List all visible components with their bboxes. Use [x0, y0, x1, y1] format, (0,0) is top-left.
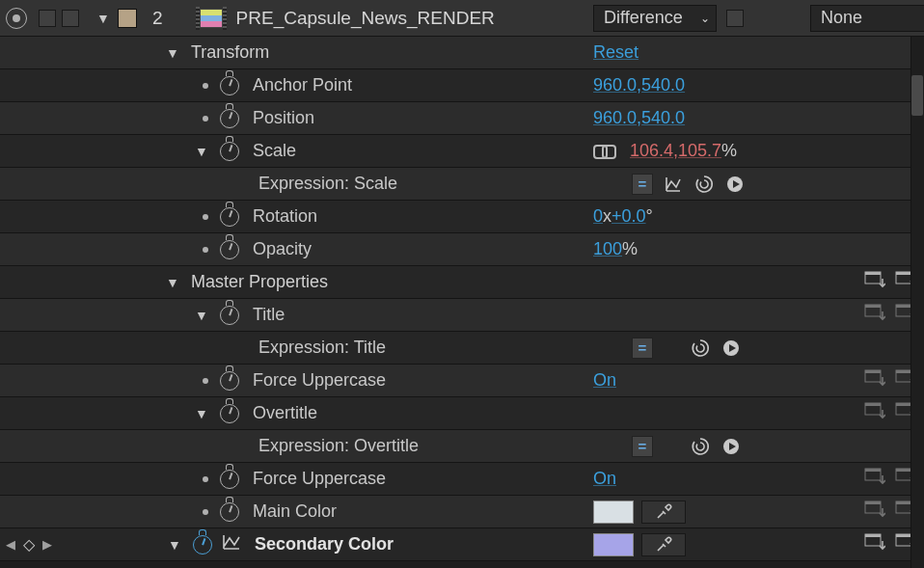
graph-icon[interactable] — [222, 533, 241, 555]
chevron-down-icon: ⌄ — [700, 12, 710, 25]
svg-rect-3 — [865, 272, 881, 275]
svg-rect-15 — [896, 370, 911, 373]
blend-mode-value: Difference — [604, 8, 683, 28]
vary-dot-icon[interactable] — [203, 247, 208, 253]
composition-icon — [200, 9, 223, 28]
vary-dot-icon[interactable] — [203, 214, 208, 220]
expression-language-icon[interactable] — [720, 338, 742, 359]
scale-x[interactable]: 106.4 — [630, 141, 673, 161]
secondary-twirl-icon[interactable] — [168, 537, 181, 553]
layer-twirl-icon[interactable] — [96, 11, 110, 26]
rotation-degrees[interactable]: +0.0 — [611, 206, 646, 227]
main-color-label: Main Color — [253, 501, 337, 522]
overtitle-twirl-icon[interactable] — [195, 406, 208, 421]
vary-dot-icon[interactable] — [203, 509, 208, 515]
anchor-point-label: Anchor Point — [253, 75, 352, 95]
stopwatch-icon[interactable] — [220, 470, 239, 489]
svg-rect-19 — [896, 403, 911, 406]
force-uppercase-label: Force Uppercase — [253, 370, 386, 391]
vary-dot-icon[interactable] — [203, 83, 208, 89]
push-master-icon[interactable] — [864, 304, 885, 326]
svg-rect-23 — [865, 469, 881, 472]
push-master-icon[interactable] — [864, 468, 885, 490]
eyedropper-icon[interactable] — [641, 500, 686, 524]
preserve-transparency-box[interactable] — [726, 10, 744, 27]
position-x[interactable]: 960.0 — [593, 108, 637, 128]
eyedropper-icon[interactable] — [641, 533, 686, 556]
force-uppercase-label: Force Uppercase — [253, 469, 386, 489]
parent-dropdown[interactable]: None ⌄ — [810, 5, 924, 32]
svg-rect-27 — [865, 501, 881, 504]
scale-y[interactable]: 105.7 — [678, 141, 721, 161]
constrain-link-icon[interactable] — [593, 145, 616, 158]
rotation-deg-unit: ° — [646, 206, 653, 227]
expression-enable-button[interactable]: = — [632, 436, 653, 457]
title-twirl-icon[interactable] — [195, 308, 208, 323]
scrollbar-thumb[interactable] — [911, 75, 923, 116]
stopwatch-icon[interactable] — [220, 306, 239, 325]
transform-group-label: Transform — [191, 42, 269, 63]
opacity-value[interactable]: 100 — [593, 239, 622, 259]
scale-twirl-icon[interactable] — [195, 144, 208, 159]
prev-keyframe-icon[interactable]: ◀ — [6, 537, 15, 552]
add-keyframe-icon[interactable]: ◇ — [23, 535, 35, 554]
expression-pickwhip-icon[interactable] — [690, 338, 711, 359]
parent-value: None — [821, 8, 862, 28]
stopwatch-icon[interactable] — [193, 535, 212, 554]
next-keyframe-icon[interactable]: ▶ — [42, 537, 52, 552]
anchor-x[interactable]: 960.0 — [593, 75, 637, 95]
expression-pickwhip-icon[interactable] — [690, 436, 711, 457]
stopwatch-icon[interactable] — [220, 404, 239, 423]
force-uppercase-value[interactable]: On — [593, 370, 616, 391]
svg-rect-31 — [865, 534, 881, 537]
svg-rect-7 — [865, 305, 881, 308]
expression-enable-button[interactable]: = — [632, 338, 653, 359]
expression-graph-icon[interactable] — [663, 174, 684, 195]
vary-dot-icon[interactable] — [203, 116, 208, 122]
position-label: Position — [253, 108, 314, 128]
rotation-label: Rotation — [253, 206, 317, 227]
svg-rect-9 — [896, 305, 911, 308]
title-expression-label: Expression: Title — [258, 338, 386, 358]
rotation-turns[interactable]: 0 — [593, 206, 603, 227]
overtitle-expression-label: Expression: Overtitle — [258, 436, 419, 456]
expression-language-icon[interactable] — [720, 436, 742, 457]
stopwatch-icon[interactable] — [220, 76, 239, 95]
vary-dot-icon[interactable] — [203, 476, 208, 482]
secondary-color-swatch[interactable] — [593, 533, 634, 556]
vertical-scrollbar[interactable] — [910, 37, 924, 568]
lock-box[interactable] — [62, 10, 79, 27]
reset-link[interactable]: Reset — [593, 42, 639, 63]
stopwatch-icon[interactable] — [220, 502, 239, 522]
stopwatch-icon[interactable] — [220, 207, 239, 227]
position-y[interactable]: 540.0 — [641, 108, 685, 128]
opacity-unit: % — [622, 239, 638, 259]
transform-twirl-icon[interactable] — [166, 45, 179, 61]
force-uppercase-value[interactable]: On — [593, 469, 616, 489]
expression-enable-button[interactable]: = — [632, 174, 653, 195]
visibility-icon[interactable] — [6, 8, 27, 29]
stopwatch-icon[interactable] — [220, 371, 239, 391]
label-color-chip[interactable] — [118, 9, 137, 28]
blend-mode-dropdown[interactable]: Difference ⌄ — [593, 5, 717, 32]
anchor-y[interactable]: 540.0 — [641, 75, 685, 95]
push-master-icon[interactable] — [864, 533, 885, 555]
push-master-icon[interactable] — [864, 369, 885, 392]
stopwatch-icon[interactable] — [220, 240, 239, 259]
main-color-swatch[interactable] — [593, 500, 634, 524]
overtitle-label: Overtitle — [253, 403, 317, 423]
opacity-label: Opacity — [253, 239, 312, 259]
solo-box[interactable] — [39, 10, 56, 27]
push-master-icon[interactable] — [864, 500, 885, 523]
master-twirl-icon[interactable] — [166, 275, 179, 290]
vary-dot-icon[interactable] — [203, 378, 208, 384]
push-master-icon[interactable] — [864, 402, 885, 424]
title-label: Title — [253, 305, 285, 325]
stopwatch-icon[interactable] — [220, 142, 239, 161]
expression-pickwhip-icon[interactable] — [693, 174, 715, 195]
expression-language-icon[interactable] — [724, 174, 746, 195]
layer-name[interactable]: PRE_Capsule_News_RENDER — [236, 8, 495, 29]
master-properties-label: Master Properties — [191, 272, 328, 292]
stopwatch-icon[interactable] — [220, 109, 239, 128]
push-master-icon[interactable] — [864, 271, 885, 293]
